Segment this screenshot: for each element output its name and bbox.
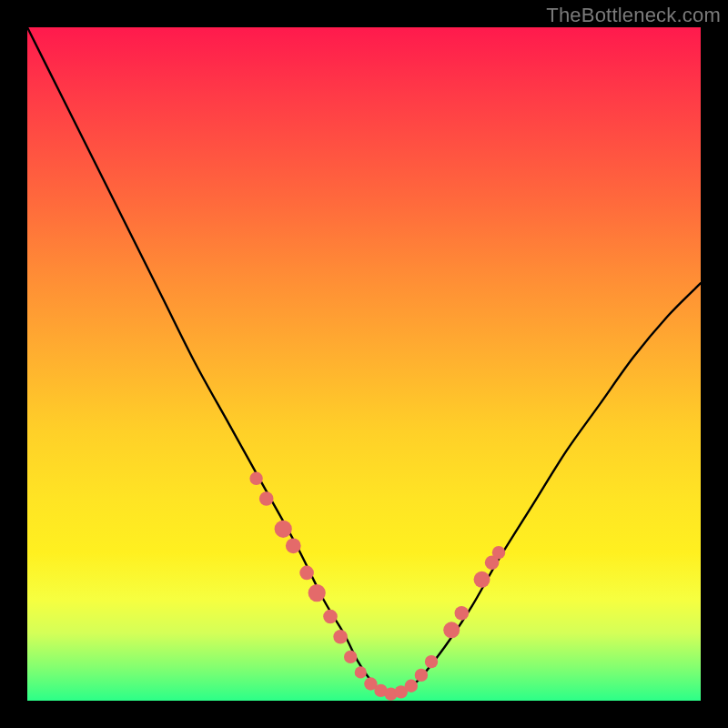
curve-marker [455, 606, 470, 621]
curve-marker [425, 655, 438, 668]
curve-marker [323, 610, 338, 624]
attribution-text: TheBottleneck.com [546, 4, 721, 27]
curve-marker [275, 521, 292, 538]
curve-marker [443, 622, 460, 638]
plot-area [27, 27, 701, 701]
curve-marker [415, 669, 428, 682]
bottleneck-curve [27, 27, 701, 695]
curve-marker [308, 584, 326, 602]
curve-marker [344, 651, 357, 663]
curve-marker [405, 680, 418, 693]
chart-frame: TheBottleneck.com [0, 0, 728, 728]
curve-marker [474, 571, 490, 588]
curve-marker [259, 491, 274, 506]
curve-marker [492, 546, 505, 559]
curve-markers [249, 472, 505, 701]
curve-marker [249, 472, 262, 485]
curve-marker [299, 566, 314, 581]
curve-svg [27, 27, 701, 701]
curve-marker [286, 538, 301, 553]
curve-marker [355, 666, 367, 678]
curve-marker [333, 630, 348, 644]
